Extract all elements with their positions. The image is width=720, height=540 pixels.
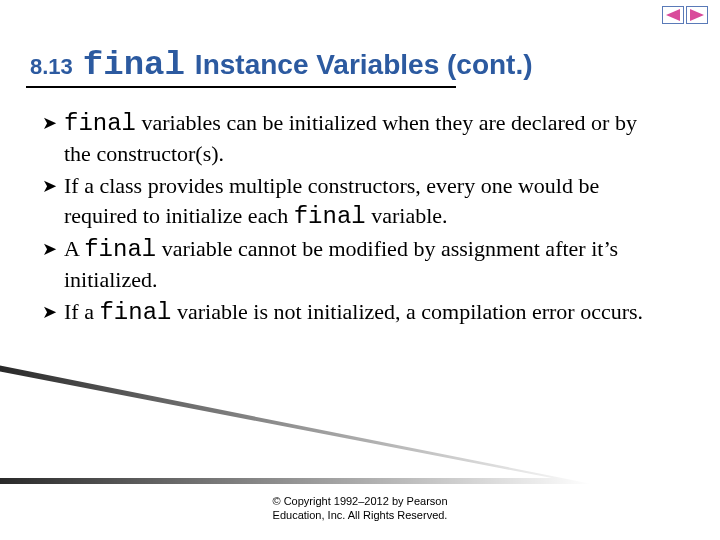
svg-marker-1 <box>690 9 704 21</box>
nav-controls <box>662 6 708 24</box>
bullet-marker-icon: ➤ <box>42 234 64 295</box>
bullet-marker-icon: ➤ <box>42 108 64 169</box>
copyright-line1: © Copyright 1992–2012 by Pearson <box>0 494 720 508</box>
bullet-text: A final variable cannot be modified by a… <box>64 234 662 295</box>
decorative-triangle <box>0 364 592 484</box>
copyright: © Copyright 1992–2012 by Pearson Educati… <box>0 494 720 522</box>
title-keyword: final <box>83 46 185 84</box>
title-underline <box>26 86 456 88</box>
list-item: ➤ final variables can be initialized whe… <box>42 108 662 169</box>
list-item: ➤ If a final variable is not initialized… <box>42 297 662 328</box>
bullet-text: If a final variable is not initialized, … <box>64 297 643 328</box>
copyright-line2: Education, Inc. All Rights Reserved. <box>0 508 720 522</box>
svg-marker-3 <box>0 370 552 478</box>
bullet-marker-icon: ➤ <box>42 297 64 328</box>
bullet-text: final variables can be initialized when … <box>64 108 662 169</box>
slide-title: 8.13 final Instance Variables (cont.) <box>30 46 533 84</box>
prev-button[interactable] <box>662 6 684 24</box>
list-item: ➤ If a class provides multiple construct… <box>42 171 662 232</box>
arrow-left-icon <box>666 9 680 21</box>
title-number: 8.13 <box>30 54 73 80</box>
title-rest: Instance Variables (cont.) <box>195 49 533 81</box>
bullet-marker-icon: ➤ <box>42 171 64 232</box>
slide: 8.13 final Instance Variables (cont.) ➤ … <box>0 0 720 540</box>
bullet-text: If a class provides multiple constructor… <box>64 171 662 232</box>
bullet-list: ➤ final variables can be initialized whe… <box>42 108 662 330</box>
list-item: ➤ A final variable cannot be modified by… <box>42 234 662 295</box>
svg-marker-2 <box>0 364 592 484</box>
svg-marker-0 <box>666 9 680 21</box>
next-button[interactable] <box>686 6 708 24</box>
arrow-right-icon <box>690 9 704 21</box>
